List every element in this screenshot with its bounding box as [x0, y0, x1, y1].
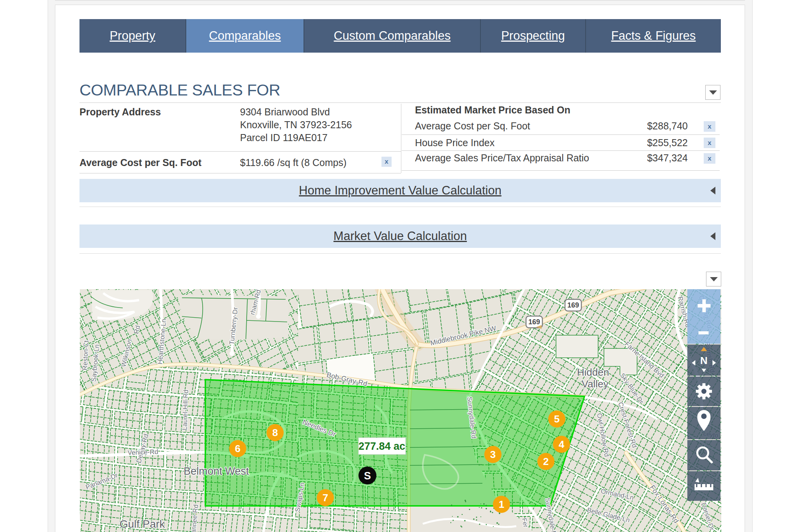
svg-text:7: 7 [323, 492, 328, 504]
svg-text:169: 169 [567, 301, 579, 309]
svg-text:6: 6 [235, 443, 240, 454]
svg-text:169: 169 [528, 318, 540, 326]
svg-text:277.84 ac: 277.84 ac [358, 440, 405, 452]
svg-text:S: S [364, 470, 371, 482]
svg-text:Belmont West: Belmont West [184, 465, 249, 477]
svg-text:Venice-Rd: Venice-Rd [127, 448, 158, 457]
svg-text:Gulf Park: Gulf Park [120, 518, 166, 530]
svg-text:Reston-Ct: Reston-Ct [81, 340, 90, 371]
svg-text:1: 1 [499, 498, 504, 510]
svg-text:5: 5 [554, 413, 560, 425]
svg-text:2: 2 [543, 456, 549, 467]
svg-text:4: 4 [559, 438, 565, 450]
svg-text:8: 8 [272, 427, 278, 438]
svg-text:3: 3 [490, 449, 496, 460]
svg-text:Valley: Valley [582, 378, 609, 390]
svg-text:N: N [700, 355, 708, 366]
svg-text:Hidden: Hidden [577, 366, 609, 378]
svg-text:Laurel-Hill-Rd: Laurel-Hill-Rd [181, 390, 190, 431]
